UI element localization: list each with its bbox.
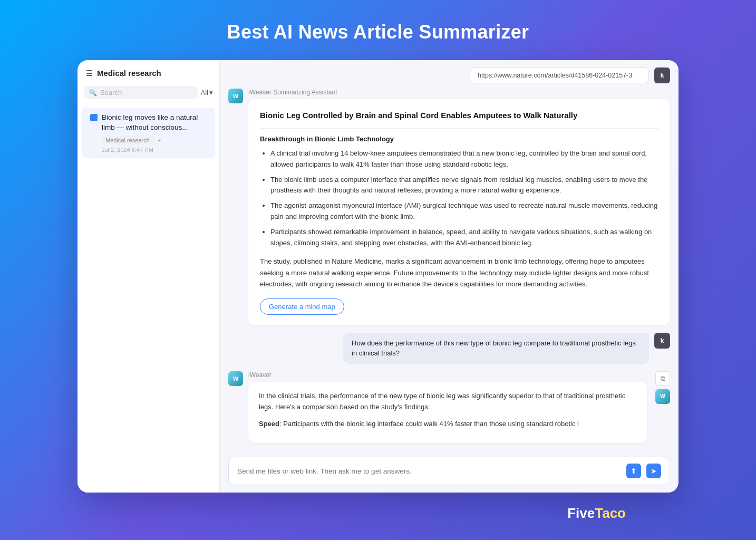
chevron-down-icon: ▾ xyxy=(209,89,213,97)
input-box: ⬆ ➤ xyxy=(228,457,670,485)
user-message-row: How does the performance of this new typ… xyxy=(228,333,670,364)
app-window: ☰ Medical research 🔍 Search All ▾ Bionic… xyxy=(77,60,679,493)
sidebar-header: ☰ Medical research xyxy=(77,69,219,84)
bot-response-label: iWeaver xyxy=(248,371,647,379)
search-icon: 🔍 xyxy=(89,89,97,97)
bot-response: W iWeaver In the clinical trials, the pe… xyxy=(228,371,670,443)
summary-message: W iWeaver Summarizing Assistant Bionic L… xyxy=(228,89,670,325)
url-bar[interactable]: https://www.nature.com/articles/d41586-0… xyxy=(470,68,649,83)
footer: FiveTaco xyxy=(77,493,679,527)
summary-paragraph: The study, published in Nature Medicine,… xyxy=(260,256,658,290)
url-avatar: k xyxy=(654,68,670,83)
sidebar-item-title: Bionic leg moves like a natural limb — w… xyxy=(90,113,207,133)
upload-button[interactable]: ⬆ xyxy=(626,464,641,478)
sidebar-item[interactable]: Bionic leg moves like a natural limb — w… xyxy=(82,108,215,158)
sidebar-item-meta: Medical research + xyxy=(90,136,207,144)
summary-divider xyxy=(260,128,658,129)
brand-name: FiveTaco xyxy=(567,505,626,522)
filter-button[interactable]: All ▾ xyxy=(201,89,213,97)
url-bar-row: https://www.nature.com/articles/d41586-0… xyxy=(220,60,679,89)
brand-taco: Taco xyxy=(595,505,626,521)
summary-subtitle: Breakthrough in Bionic Limb Technology xyxy=(260,135,658,143)
sidebar-search[interactable]: 🔍 Search xyxy=(84,86,198,99)
summary-bullets: A clinical trial involving 14 below-knee… xyxy=(260,148,658,248)
bot-response-actions: ⧉ W xyxy=(655,371,670,404)
mind-map-button[interactable]: Generate a mind map xyxy=(260,298,344,315)
bot-response-speed: Speed: Participants with the bionic leg … xyxy=(259,418,636,429)
weaver-icon-btn[interactable]: W xyxy=(655,389,670,404)
bot-label: iWeaver Summarizing Assistant xyxy=(248,89,670,96)
bullet-item: The agonist-antagonist myoneural interfa… xyxy=(270,200,658,223)
bot-response-avatar: W xyxy=(228,371,243,386)
summary-title: Bionic Leg Controlled by Brain and Spina… xyxy=(260,110,658,121)
summary-card: Bionic Leg Controlled by Brain and Spina… xyxy=(248,99,670,325)
hamburger-icon[interactable]: ☰ xyxy=(86,69,93,78)
sidebar-title: Medical research xyxy=(97,69,161,78)
bot-response-card: In the clinical trials, the performance … xyxy=(248,382,647,443)
bot-response-intro: In the clinical trials, the performance … xyxy=(259,390,636,413)
chat-area: W iWeaver Summarizing Assistant Bionic L… xyxy=(220,89,679,451)
meta-tag: Medical research xyxy=(102,136,153,144)
brand-five: Five xyxy=(567,505,595,521)
speed-text: : Participants with the bionic leg inter… xyxy=(279,420,579,428)
sidebar-search-row: 🔍 Search All ▾ xyxy=(77,84,219,105)
sidebar: ☰ Medical research 🔍 Search All ▾ Bionic… xyxy=(77,60,220,493)
page-title: Best AI News Article Summarizer xyxy=(227,21,529,43)
chat-input[interactable] xyxy=(237,467,621,475)
user-bubble: How does the performance of this new typ… xyxy=(343,333,649,364)
bullet-item: A clinical trial involving 14 below-knee… xyxy=(270,148,658,170)
item-icon xyxy=(90,114,98,121)
bullet-item: Participants showed remarkable improveme… xyxy=(270,227,658,249)
input-area: ⬆ ➤ xyxy=(220,451,679,493)
user-avatar: k xyxy=(654,333,670,349)
bullet-item: The bionic limb uses a computer interfac… xyxy=(270,175,658,197)
bot-avatar: W xyxy=(228,89,243,103)
main-content: https://www.nature.com/articles/d41586-0… xyxy=(220,60,679,493)
search-placeholder-text: Search xyxy=(100,89,122,97)
sidebar-item-date: Jul 2, 2024 6:47 PM xyxy=(90,147,207,153)
summary-content: iWeaver Summarizing Assistant Bionic Leg… xyxy=(248,89,670,325)
send-button[interactable]: ➤ xyxy=(646,464,661,478)
bot-response-content: iWeaver In the clinical trials, the perf… xyxy=(248,371,647,443)
copy-icon-btn[interactable]: ⧉ xyxy=(655,371,670,386)
meta-plus: + xyxy=(158,137,161,143)
speed-label: Speed xyxy=(259,420,279,428)
sidebar-list: Bionic leg moves like a natural limb — w… xyxy=(77,105,219,493)
